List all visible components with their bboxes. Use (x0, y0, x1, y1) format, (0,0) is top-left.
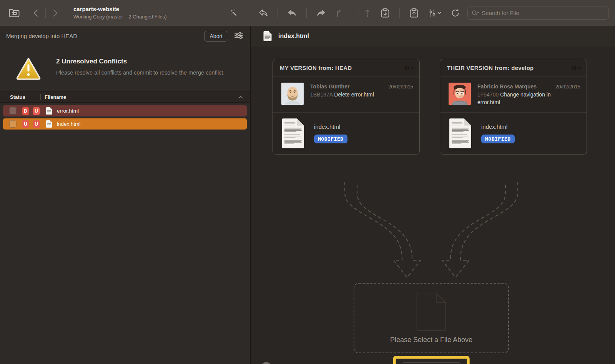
my-version-commit[interactable]: Tobias Günther 20/02/2015 1BB137A Delete… (273, 77, 419, 113)
repo-info: carparts-website Working Copy (master – … (73, 6, 167, 20)
their-version-card: THEIR VERSION from: develop ⚙ (440, 59, 587, 155)
sort-chevron-up-icon[interactable] (238, 96, 243, 99)
column-status[interactable]: Status (0, 94, 40, 100)
column-filename[interactable]: Filename (41, 94, 238, 100)
repo-subtitle: Working Copy (master – 2 Changed Files) (73, 14, 167, 20)
file-thumbnail (449, 118, 472, 149)
stash-save-icon[interactable] (379, 7, 392, 20)
merge-flow-arrows (335, 181, 527, 281)
status-badge-u: U (33, 107, 40, 115)
version-cards: MY VERSION from: HEAD ⚙ (251, 46, 615, 155)
divider (353, 8, 353, 18)
stash-apply-icon[interactable] (407, 7, 421, 20)
commit-message: 1BB137A Delete error.html (310, 91, 413, 98)
file-name: error.html (57, 108, 79, 114)
their-version-file[interactable]: index.html MODIFIED (440, 113, 587, 154)
commit-date: 20/02/2015 (552, 84, 580, 90)
open-kaleidoscope-button[interactable]: Open Kaleidoscope (401, 362, 462, 364)
history-nav (29, 7, 62, 20)
commit-author: Tobias Günther (310, 83, 349, 90)
conflict-banner: 2 Unresolved Conflicts Please resolve al… (0, 46, 250, 91)
file-table-header: Status Filename (0, 91, 250, 103)
magic-wand-icon[interactable] (228, 7, 241, 20)
pull-arrow-icon[interactable] (286, 7, 299, 20)
commit-message-text: Delete error.html (334, 91, 374, 98)
my-version-file[interactable]: index.html MODIFIED (273, 113, 419, 154)
file-icon (46, 120, 52, 128)
conflict-count-title: 2 Unresolved Conflicts (56, 58, 224, 65)
file-icon (46, 107, 52, 115)
abort-button[interactable]: Abort (204, 31, 228, 42)
my-version-card: MY VERSION from: HEAD ⚙ (273, 59, 420, 155)
conflict-detail-panel: index.html MY VERSION from: HEAD ⚙ (251, 26, 615, 364)
their-version-header: THEIR VERSION from: develop ⚙ (440, 59, 587, 77)
ghost-document-icon (416, 293, 446, 331)
detail-file-header: index.html (251, 26, 615, 46)
merge-sidebar: Merging develop into HEAD Abort (0, 26, 251, 364)
commit-author: Fabricio Rosa Marques (477, 83, 537, 90)
their-version-commit[interactable]: Fabricio Rosa Marques 20/02/2015 1F54700… (440, 77, 587, 113)
divider (399, 8, 400, 18)
commit-hash: 1BB137A (310, 91, 332, 98)
status-badge-d: D (22, 107, 29, 115)
merge-title: Merging develop into HEAD (6, 33, 77, 39)
file-thumbnail (281, 118, 305, 149)
divider (278, 8, 278, 18)
preview-file-name: index.html (481, 123, 515, 130)
dropzone-text: Please Select a File Above (390, 336, 472, 344)
stage-checkbox[interactable] (9, 120, 17, 128)
push-arrow-icon[interactable] (314, 7, 327, 20)
app-window: carparts-website Working Copy (master – … (0, 0, 615, 364)
file-name: index.html (57, 121, 81, 127)
detail-file-title: index.html (278, 33, 309, 40)
gear-menu-icon[interactable]: ⚙ (404, 65, 414, 71)
back-icon[interactable] (29, 7, 42, 20)
divider (45, 8, 46, 18)
toolbar-right (426, 7, 609, 20)
highlight-frame: Open Kaleidoscope (393, 356, 470, 364)
repo-title: carparts-website (73, 6, 167, 13)
toolbar-actions (228, 7, 421, 20)
branch-merge-icon[interactable] (332, 7, 345, 20)
modified-status-badge: MODIFIED (481, 135, 515, 143)
file-row-index-html[interactable]: U U index.html (3, 118, 247, 130)
commit-message: 1F54700 Change navigation in error.html (477, 91, 557, 106)
stage-checkbox[interactable] (9, 107, 17, 115)
warning-triangle-icon (15, 57, 42, 82)
divider (306, 8, 307, 18)
gear-menu-icon[interactable]: ⚙ (571, 65, 581, 71)
modified-status-badge: MODIFIED (314, 135, 347, 143)
avatar (449, 83, 471, 105)
my-version-title: MY VERSION from: HEAD (280, 65, 352, 71)
conflicted-file-list: D U error.html U U index.html (0, 103, 250, 134)
their-version-title: THEIR VERSION from: develop (447, 65, 534, 71)
merge-options-icon[interactable] (234, 31, 244, 41)
forward-icon[interactable] (49, 7, 62, 20)
search-field[interactable] (467, 7, 609, 20)
conflict-message: Please resolve all conflicts and commit … (56, 69, 224, 77)
toolbar: carparts-website Working Copy (master – … (0, 0, 615, 26)
document-icon (263, 31, 272, 42)
avatar (281, 83, 304, 105)
undo-outline-arrow-icon[interactable] (257, 7, 270, 20)
preview-file-name: index.html (314, 123, 347, 130)
file-dropzone: Please Select a File Above (354, 283, 509, 353)
divider (249, 8, 249, 18)
commit-hash: 1F54700 (477, 91, 499, 98)
search-icon (472, 10, 479, 17)
help-button[interactable]: ? (261, 362, 272, 364)
my-version-header: MY VERSION from: HEAD ⚙ (273, 59, 419, 77)
status-badge-u: U (33, 120, 40, 128)
dashed-up-arrow-icon[interactable] (361, 7, 374, 20)
file-row-error-html[interactable]: D U error.html (3, 105, 247, 116)
search-input[interactable] (482, 10, 605, 16)
status-badge-u: U (22, 120, 29, 128)
refresh-icon[interactable] (449, 7, 462, 20)
working-copy-folder-icon[interactable] (8, 7, 21, 20)
commit-date: 20/02/2015 (385, 84, 413, 90)
view-options-icon[interactable] (426, 7, 444, 20)
merge-bar: Merging develop into HEAD Abort (0, 26, 250, 46)
